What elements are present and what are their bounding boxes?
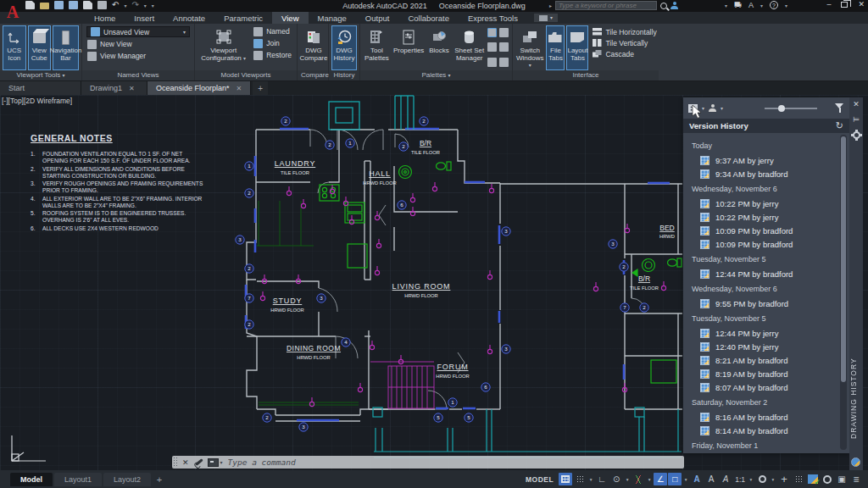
polar-caret[interactable]: ▾: [624, 477, 631, 482]
tab-collaborate[interactable]: Collaborate: [398, 12, 459, 24]
tab-express-tools[interactable]: Express Tools: [459, 12, 527, 24]
undo-caret[interactable]: ▾: [124, 3, 126, 8]
annotation-scale-value[interactable]: 1:1: [733, 475, 747, 484]
tab-view[interactable]: View: [272, 12, 308, 24]
cascade-button[interactable]: Cascade: [590, 48, 659, 59]
annotation-monitor-button[interactable]: [821, 473, 834, 485]
print-icon[interactable]: [97, 1, 107, 9]
snap-caret[interactable]: ▾: [587, 477, 594, 482]
dwg-compare-button[interactable]: DWG Compare: [300, 25, 327, 70]
version-entry[interactable]: 8:21 AM by bradford: [692, 353, 837, 367]
grid-toggle[interactable]: [559, 473, 572, 485]
tab-home[interactable]: Home: [85, 12, 125, 24]
properties-button[interactable]: Properties: [392, 25, 426, 70]
snap-toggle[interactable]: [573, 473, 587, 485]
sheet-set-manager-button[interactable]: Sheet Set Manager: [453, 25, 486, 70]
new-view-button[interactable]: New View: [85, 38, 192, 50]
close-tab-icon[interactable]: ✕: [236, 85, 242, 92]
version-entry[interactable]: 10:09 PM by bradford: [692, 237, 837, 251]
tile-vertically-button[interactable]: Tile Vertically: [590, 37, 659, 48]
search-icon[interactable]: [660, 3, 667, 9]
save-icon[interactable]: [54, 1, 64, 9]
version-entry[interactable]: 8:19 AM by bradford: [692, 367, 837, 380]
version-entry[interactable]: 12:44 PM by jerry: [692, 326, 837, 340]
osnap-toggle[interactable]: □: [668, 473, 682, 485]
command-customize-icon[interactable]: [195, 458, 203, 466]
workspace-caret[interactable]: ▾: [770, 477, 776, 482]
tab-parametric[interactable]: Parametric: [214, 12, 272, 24]
search-expand-icon[interactable]: ▸: [549, 3, 552, 8]
search-input[interactable]: [555, 1, 657, 10]
file-tab-oceanside[interactable]: Oceanside Floorplan*✕: [147, 81, 251, 95]
annotation-scale-icon[interactable]: A: [719, 473, 732, 485]
tab-manage[interactable]: Manage: [309, 12, 356, 24]
layout1-tab[interactable]: Layout1: [54, 473, 102, 486]
redo-icon[interactable]: ↷: [131, 1, 138, 9]
model-tab[interactable]: Model: [10, 473, 53, 486]
scale-caret[interactable]: ▾: [748, 477, 754, 482]
redo-caret[interactable]: ▾: [144, 3, 147, 8]
refresh-icon[interactable]: ↻: [836, 121, 843, 130]
date-range-slider[interactable]: [765, 108, 817, 109]
ucs-icon-toggle[interactable]: UCS Icon: [3, 25, 26, 70]
crosshair-button[interactable]: +: [777, 473, 791, 485]
filter-icon[interactable]: [835, 103, 844, 113]
calculator-palette-icon[interactable]: [499, 42, 509, 52]
layout2-tab[interactable]: Layout2: [103, 473, 151, 486]
user-filter-icon[interactable]: [709, 104, 716, 112]
account-caret[interactable]: ▾: [725, 3, 727, 8]
open-file-icon[interactable]: [40, 3, 49, 9]
object-isolate-button[interactable]: [792, 473, 805, 485]
command-close-icon[interactable]: ✕: [182, 458, 189, 467]
view-cube-toggle[interactable]: View Cube: [28, 25, 52, 70]
model-space-indicator[interactable]: MODEL: [526, 475, 554, 484]
file-tabs-toggle[interactable]: File Tabs: [546, 25, 565, 70]
markup-palette-icon[interactable]: [487, 42, 497, 52]
application-menu-button[interactable]: A: [3, 1, 22, 23]
basket-palette-icon[interactable]: [499, 58, 509, 67]
palette-scrollbar[interactable]: [840, 135, 847, 450]
tab-annotate[interactable]: Annotate: [164, 12, 214, 24]
group-label-viewport-tools[interactable]: Viewport Tools ▾: [0, 70, 81, 80]
version-entry[interactable]: 10:22 PM by jerry: [692, 197, 837, 210]
apps-caret[interactable]: ▾: [760, 3, 763, 8]
graphics-performance-button[interactable]: [806, 473, 820, 485]
command-line-palette-icon[interactable]: [487, 28, 497, 37]
named-view-dropdown[interactable]: Unsaved View ▾: [86, 26, 190, 37]
command-input[interactable]: [223, 458, 684, 467]
app-store-icon[interactable]: ⛟: [734, 1, 742, 9]
tab-insert[interactable]: Insert: [125, 12, 164, 24]
slider-knob[interactable]: [778, 105, 785, 112]
qat-customize-caret[interactable]: ▾: [152, 3, 154, 8]
navigation-bar-toggle[interactable]: Navigation Bar: [53, 25, 79, 70]
isodraft-caret[interactable]: ▾: [646, 477, 653, 482]
ribbon-overflow-button[interactable]: ▾: [534, 14, 558, 22]
new-layout-button[interactable]: +: [153, 473, 166, 486]
blocks-button[interactable]: Blocks: [426, 25, 451, 70]
polar-tracking-toggle[interactable]: ⊙: [609, 473, 623, 485]
version-entry[interactable]: 9:37 AM by jerry: [692, 153, 837, 167]
group-label-palettes[interactable]: Palettes ▾: [360, 70, 512, 80]
isodraft-toggle[interactable]: [632, 473, 645, 485]
switch-windows-button[interactable]: Switch Windows ▾: [515, 25, 544, 70]
annotation-visibility-toggle[interactable]: A: [690, 473, 704, 485]
sign-in-icon[interactable]: [670, 2, 678, 9]
customization-button[interactable]: ≡: [849, 473, 863, 485]
new-file-icon[interactable]: [25, 1, 35, 9]
clean-screen-button[interactable]: ▣: [835, 473, 849, 485]
recent-commands-icon[interactable]: [208, 458, 219, 467]
auto-hide-icon[interactable]: ⊨: [853, 116, 860, 124]
user-filter-caret[interactable]: ▾: [721, 106, 723, 111]
command-grip[interactable]: [173, 457, 179, 468]
version-entry[interactable]: 8:07 AM by bradford: [692, 380, 837, 394]
dwg-history-button[interactable]: DWG History: [331, 25, 357, 70]
file-tab-start[interactable]: Start: [0, 81, 81, 95]
layout-tabs-toggle[interactable]: Layout Tabs: [566, 25, 588, 70]
osnap-tracking-toggle[interactable]: ∠: [654, 473, 667, 485]
version-entry[interactable]: 9:34 AM by bradford: [692, 167, 837, 180]
version-entry[interactable]: 12:44 PM by bradford: [692, 267, 837, 280]
restore-button[interactable]: [841, 2, 848, 8]
named-viewports-button[interactable]: Named: [251, 25, 294, 37]
restore-viewports-button[interactable]: Restore: [251, 49, 294, 61]
autodesk-account-icon[interactable]: A: [748, 1, 754, 9]
